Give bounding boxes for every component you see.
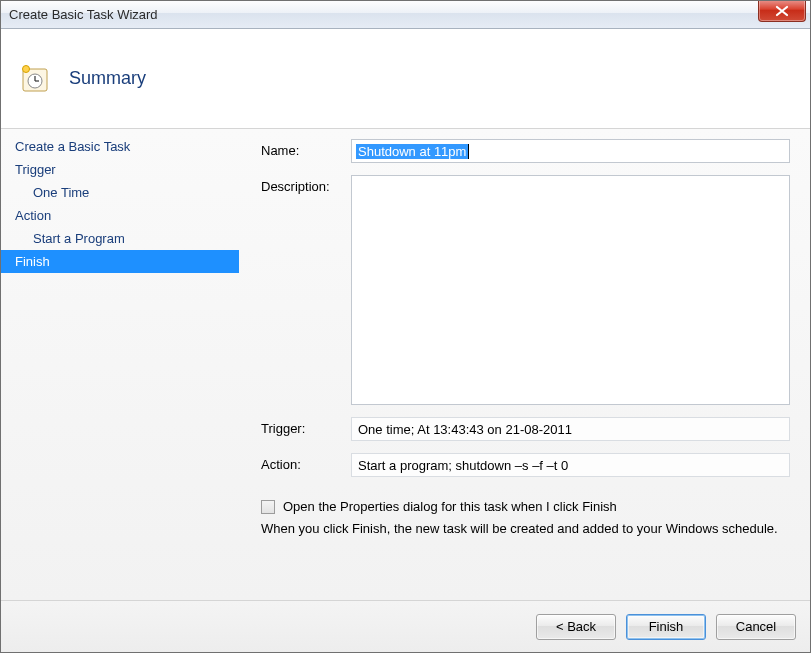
label-name: Name: bbox=[261, 139, 351, 158]
name-input-value: Shutdown at 11pm bbox=[356, 144, 468, 159]
row-open-properties: Open the Properties dialog for this task… bbox=[261, 499, 790, 514]
back-button[interactable]: < Back bbox=[536, 614, 616, 640]
wizard-footer: < Back Finish Cancel bbox=[1, 600, 810, 652]
text-caret bbox=[468, 144, 469, 159]
row-action: Action: Start a program; shutdown –s –f … bbox=[261, 453, 790, 477]
wizard-steps-sidebar: Create a Basic Task Trigger One Time Act… bbox=[1, 129, 239, 600]
close-button[interactable] bbox=[758, 0, 806, 22]
open-properties-checkbox[interactable] bbox=[261, 500, 275, 514]
row-description: Description: bbox=[261, 175, 790, 405]
label-description: Description: bbox=[261, 175, 351, 194]
label-action: Action: bbox=[261, 453, 351, 472]
sidebar-item-start-a-program[interactable]: Start a Program bbox=[1, 227, 239, 250]
cancel-button[interactable]: Cancel bbox=[716, 614, 796, 640]
action-value: Start a program; shutdown –s –f –t 0 bbox=[351, 453, 790, 477]
sidebar-item-action[interactable]: Action bbox=[1, 204, 239, 227]
client-area: Summary Create a Basic Task Trigger One … bbox=[1, 29, 810, 652]
finish-button[interactable]: Finish bbox=[626, 614, 706, 640]
wizard-header: Summary bbox=[1, 29, 810, 129]
main-panel: Name: Shutdown at 11pm Description: Trig… bbox=[239, 129, 810, 600]
content-area: Create a Basic Task Trigger One Time Act… bbox=[1, 129, 810, 600]
finish-hint-text: When you click Finish, the new task will… bbox=[261, 520, 790, 538]
name-input[interactable]: Shutdown at 11pm bbox=[351, 139, 790, 163]
label-trigger: Trigger: bbox=[261, 417, 351, 436]
svg-point-4 bbox=[23, 65, 30, 72]
row-trigger: Trigger: One time; At 13:43:43 on 21-08-… bbox=[261, 417, 790, 441]
task-scheduler-icon bbox=[19, 63, 51, 95]
page-title: Summary bbox=[69, 68, 146, 89]
sidebar-item-trigger[interactable]: Trigger bbox=[1, 158, 239, 181]
close-icon bbox=[775, 5, 789, 17]
open-properties-label: Open the Properties dialog for this task… bbox=[283, 499, 617, 514]
row-name: Name: Shutdown at 11pm bbox=[261, 139, 790, 163]
titlebar: Create Basic Task Wizard bbox=[1, 1, 810, 29]
description-input[interactable] bbox=[351, 175, 790, 405]
trigger-value: One time; At 13:43:43 on 21-08-2011 bbox=[351, 417, 790, 441]
window-title: Create Basic Task Wizard bbox=[9, 7, 158, 22]
sidebar-item-one-time[interactable]: One Time bbox=[1, 181, 239, 204]
sidebar-item-create-basic-task[interactable]: Create a Basic Task bbox=[1, 135, 239, 158]
sidebar-item-finish[interactable]: Finish bbox=[1, 250, 239, 273]
